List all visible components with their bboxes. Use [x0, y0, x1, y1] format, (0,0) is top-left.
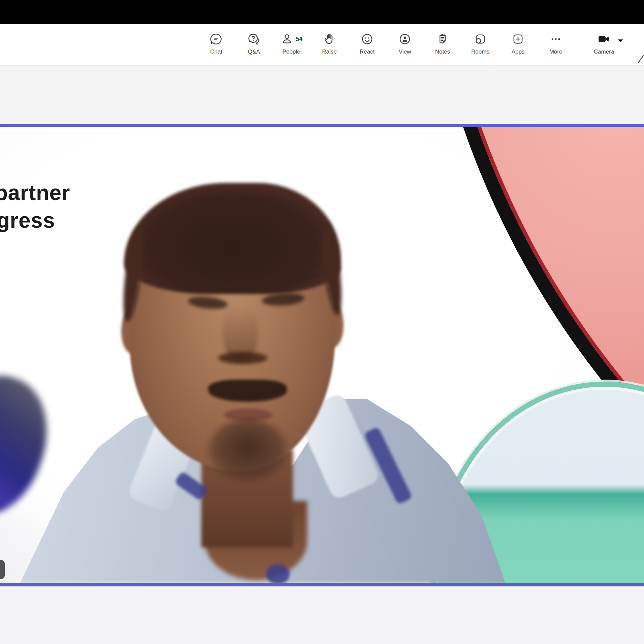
view-icon	[386, 32, 424, 46]
apps-label: Apps	[499, 49, 537, 55]
meeting-toolbar: Chat Q&A 54 People Raise React View	[0, 24, 644, 65]
more-icon	[537, 32, 575, 46]
raise-hand-icon	[311, 32, 348, 46]
presenter-goatee	[207, 419, 288, 482]
notes-label: Notes	[424, 49, 461, 55]
people-count: 54	[296, 36, 302, 43]
camera-label: Camera	[585, 49, 623, 55]
chat-label: Chat	[197, 49, 235, 55]
raise-hand-button[interactable]: Raise	[311, 24, 348, 65]
qa-label: Q&A	[235, 49, 273, 55]
qa-icon	[235, 32, 273, 46]
people-icon	[280, 32, 294, 46]
screenshare-border-top	[0, 124, 644, 127]
notes-icon	[424, 32, 461, 46]
mic-partial-icon[interactable]	[638, 54, 644, 64]
video-name-label-fragment	[0, 560, 5, 579]
chat-icon	[197, 32, 235, 46]
raise-hand-label: Raise	[311, 49, 348, 55]
bottom-background-strip	[0, 586, 644, 644]
presenter-webcam-person	[0, 127, 644, 583]
react-button[interactable]: React	[348, 24, 386, 65]
top-letterbox-bar	[0, 0, 644, 24]
react-icon	[348, 32, 386, 46]
apps-button[interactable]: Apps	[499, 24, 537, 65]
notes-button[interactable]: Notes	[424, 24, 461, 65]
more-button[interactable]: More	[537, 24, 575, 65]
more-label: More	[537, 49, 575, 55]
apps-icon	[499, 32, 537, 46]
meeting-background-strip	[0, 65, 644, 124]
people-label: People	[272, 49, 310, 55]
screenshare-border-bottom	[0, 583, 644, 586]
rooms-label: Rooms	[461, 49, 499, 55]
view-label: View	[386, 49, 424, 55]
shared-screen-video[interactable]: partner gress	[0, 127, 644, 583]
people-button[interactable]: 54 People	[272, 24, 310, 65]
rooms-button[interactable]: Rooms	[461, 24, 499, 65]
react-label: React	[348, 49, 386, 55]
rooms-icon	[461, 32, 499, 46]
presenter-nostrils	[218, 352, 267, 364]
qa-button[interactable]: Q&A	[235, 24, 273, 65]
view-button[interactable]: View	[386, 24, 424, 65]
collar-navy-trim-center	[266, 564, 290, 583]
chat-button[interactable]: Chat	[197, 24, 235, 65]
presenter-mustache	[208, 380, 287, 402]
camera-button[interactable]: Camera	[585, 24, 623, 65]
